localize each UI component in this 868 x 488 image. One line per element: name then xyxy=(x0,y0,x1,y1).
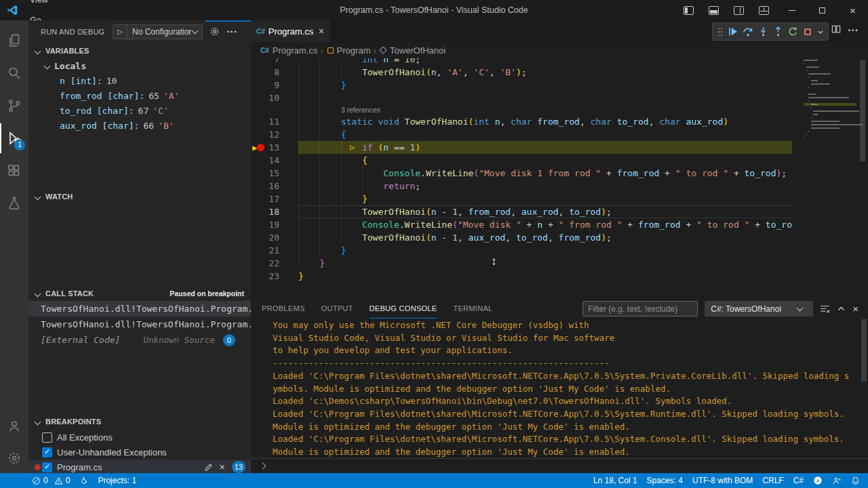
code-editor[interactable]: 7int n = 10;8TowerOfHanoi(n, 'A', 'C', '… xyxy=(251,58,868,299)
start-debug-icon[interactable]: ▷ xyxy=(113,25,127,39)
code-line[interactable]: 8TowerOfHanoi(n, 'A', 'C', 'B'); xyxy=(251,66,792,79)
code-line[interactable]: 9} xyxy=(251,79,792,92)
breadcrumb-file[interactable]: C#Program.cs xyxy=(260,45,317,56)
editor-more-actions-icon[interactable]: ··· xyxy=(848,24,859,37)
tab-close-icon[interactable]: × xyxy=(319,26,324,37)
stack-frame-row[interactable]: [External Code]Unknown Source0 xyxy=(28,332,251,348)
customize-layout-icon[interactable] xyxy=(759,6,769,15)
variable-row[interactable]: to_rod [char]:67'C' xyxy=(28,103,251,118)
notifications-bell-icon[interactable] xyxy=(851,476,860,485)
code-line[interactable]: 11static void TowerOfHanoi(int n, char f… xyxy=(251,115,792,128)
panel-tab-problems[interactable]: PROBLEMS xyxy=(262,299,305,319)
variable-row[interactable]: from_rod [char]:65'A' xyxy=(28,88,251,103)
toggle-panel-icon[interactable] xyxy=(709,6,719,15)
settings-gear-icon[interactable] xyxy=(0,443,28,473)
eol-status[interactable]: CRLF xyxy=(762,476,783,485)
code-line[interactable]: 16return; xyxy=(251,180,792,192)
variable-row[interactable]: aux_rod [char]:66'B' xyxy=(28,118,251,133)
editor-scrollbar[interactable] xyxy=(860,60,865,161)
call-stack-section-header[interactable]: CALL STACK Paused on breakpoint xyxy=(28,286,251,301)
split-editor-icon[interactable] xyxy=(831,24,841,37)
step-into-button[interactable] xyxy=(758,26,768,37)
panel-tab-output[interactable]: OUTPUT xyxy=(321,299,353,319)
step-over-button[interactable] xyxy=(743,26,753,37)
maximize-panel-chevron-icon[interactable] xyxy=(837,304,846,313)
console-filter-input[interactable] xyxy=(583,301,698,317)
breakpoint-checkbox[interactable] xyxy=(42,432,52,443)
breakpoint-row[interactable]: All Exceptions xyxy=(28,430,251,445)
stack-frame-row[interactable]: TowersOfHanoi.dll!TowersOfHanoi.Program.… xyxy=(28,317,251,332)
code-line[interactable]: 18TowerOfHanoi(n - 1, from_rod, aux_rod,… xyxy=(251,205,792,218)
indentation-status[interactable]: Spaces: 4 xyxy=(647,476,683,485)
remove-breakpoint-icon[interactable]: × xyxy=(220,462,225,472)
debug-config-dropdown[interactable]: ▷ No Configuratior xyxy=(113,24,203,39)
source-control-icon[interactable] xyxy=(0,91,28,121)
breadcrumb-method[interactable]: TowerOfHanoi xyxy=(380,45,446,56)
debug-console-output[interactable]: You may only use the Microsoft .NET Core… xyxy=(251,319,860,458)
breakpoint-checkbox[interactable] xyxy=(42,462,52,472)
maximize-button[interactable] xyxy=(807,0,837,20)
debug-settings-gear-icon[interactable] xyxy=(210,26,220,37)
watch-section-header[interactable]: WATCH xyxy=(28,189,251,204)
variables-section-header[interactable]: VARIABLES xyxy=(28,43,251,58)
variable-row[interactable]: n [int]:10 xyxy=(28,73,251,88)
explorer-icon[interactable] xyxy=(0,26,28,56)
views-more-actions-icon[interactable]: ··· xyxy=(226,26,237,38)
code-line[interactable]: 19Console.WriteLine("Move disk " + n + "… xyxy=(251,218,792,231)
csharp-extension-status-icon[interactable]: # xyxy=(813,476,823,485)
codelens-references[interactable]: 3 references xyxy=(341,104,380,115)
panel-scrollbar[interactable] xyxy=(861,319,867,382)
edit-breakpoint-pencil-icon[interactable] xyxy=(204,463,213,472)
code-line[interactable]: 7int n = 10; xyxy=(251,58,792,66)
stop-dropdown-chevron-icon[interactable] xyxy=(817,28,824,35)
code-line[interactable]: 14{ xyxy=(251,154,792,167)
step-out-button[interactable] xyxy=(773,26,783,37)
code-line[interactable]: 22} xyxy=(251,257,792,270)
close-button[interactable]: × xyxy=(837,0,868,20)
breakpoints-section-header[interactable]: BREAKPOINTS xyxy=(28,414,251,429)
omnisharp-flame-icon[interactable] xyxy=(79,476,88,485)
minimap[interactable] xyxy=(804,58,856,228)
run-and-debug-icon[interactable]: 1 xyxy=(0,123,28,153)
testing-icon[interactable] xyxy=(0,188,28,218)
console-target-dropdown[interactable]: C#: TowersOfHanoi xyxy=(705,301,813,317)
debug-console-input[interactable] xyxy=(251,458,868,473)
code-line[interactable]: 10 xyxy=(251,92,792,104)
stop-button[interactable] xyxy=(803,27,812,37)
accounts-icon[interactable] xyxy=(0,411,28,441)
code-line[interactable]: 15Console.WriteLine("Move disk 1 from ro… xyxy=(251,167,792,180)
breakpoint-row[interactable]: User-Unhandled Exceptions xyxy=(28,445,251,460)
panel-tab-debug-console[interactable]: DEBUG CONSOLE xyxy=(370,299,437,319)
toggle-secondary-sidebar-icon[interactable] xyxy=(734,6,744,15)
locals-scope-row[interactable]: Locals xyxy=(28,58,251,73)
breadcrumb-class[interactable]: Program xyxy=(328,45,371,56)
code-line[interactable]: 23} xyxy=(251,270,792,283)
search-icon[interactable] xyxy=(0,58,28,88)
projects-status[interactable]: Projects: 1 xyxy=(98,476,136,485)
language-mode-status[interactable]: C# xyxy=(793,476,804,485)
restart-button[interactable] xyxy=(788,26,798,37)
feedback-icon[interactable] xyxy=(832,476,842,485)
problems-status[interactable]: 0 0 xyxy=(32,476,70,485)
extensions-icon[interactable] xyxy=(0,156,28,186)
code-line[interactable]: 20TowerOfHanoi(n - 1, aux_rod, to_rod, f… xyxy=(251,231,792,244)
tab-program-cs[interactable]: C# Program.cs × xyxy=(251,20,330,42)
code-line[interactable]: 13if (n == 1)▶▷ xyxy=(251,141,792,154)
breakpoint-checkbox[interactable] xyxy=(42,447,52,458)
clear-console-icon[interactable] xyxy=(820,304,830,314)
breakpoint-row[interactable]: Program.cs×13 xyxy=(28,460,251,473)
toolbar-drag-grip[interactable] xyxy=(717,27,723,37)
encoding-status[interactable]: UTF-8 with BOM xyxy=(692,476,753,485)
code-line[interactable]: 21} xyxy=(251,244,792,257)
panel-tab-terminal[interactable]: TERMINAL xyxy=(453,299,492,319)
continue-button[interactable] xyxy=(728,26,738,37)
toggle-sidebar-icon[interactable] xyxy=(684,6,694,15)
cursor-position-status[interactable]: Ln 18, Col 1 xyxy=(593,476,637,485)
code-line[interactable]: 17} xyxy=(251,192,792,205)
breakpoint-paused-glyph[interactable]: ▶ xyxy=(252,141,266,154)
minimize-button[interactable] xyxy=(776,0,807,20)
stack-frame-row[interactable]: TowersOfHanoi.dll!TowersOfHanoi.Program.… xyxy=(28,301,251,317)
code-line[interactable]: 12{ xyxy=(251,128,792,141)
menu-view[interactable]: View xyxy=(24,0,71,10)
close-panel-icon[interactable]: × xyxy=(852,303,859,314)
